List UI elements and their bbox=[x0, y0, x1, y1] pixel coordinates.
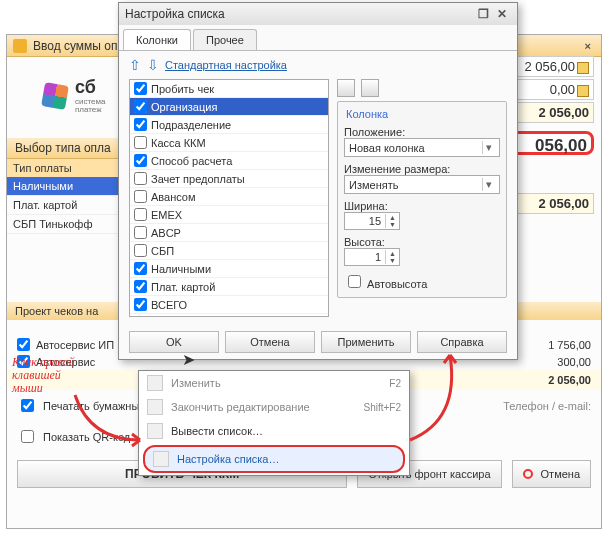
close-icon[interactable]: × bbox=[581, 40, 595, 52]
qr-checkbox[interactable] bbox=[21, 430, 34, 443]
project-check-1[interactable] bbox=[17, 338, 30, 351]
column-checkbox[interactable] bbox=[134, 262, 147, 275]
column-label: Плат. картой bbox=[151, 281, 215, 293]
position-select[interactable]: Новая колонка▾ bbox=[344, 138, 500, 157]
annotation-arrow-1 bbox=[70, 390, 150, 450]
height-input[interactable]: 1▲▼ bbox=[344, 248, 400, 266]
autoheight-checkbox[interactable] bbox=[348, 275, 361, 288]
annotation-arrow-2 bbox=[400, 350, 480, 450]
column-item[interactable]: Касса ККМ bbox=[130, 134, 328, 152]
chevron-down-icon: ▾ bbox=[482, 178, 495, 191]
column-checkbox[interactable] bbox=[134, 298, 147, 311]
phone-email-label: Телефон / e-mail: bbox=[503, 400, 591, 412]
tab-other[interactable]: Прочее bbox=[193, 29, 257, 50]
column-label: ABCP bbox=[151, 227, 181, 239]
tab-columns[interactable]: Колонки bbox=[123, 29, 191, 50]
column-item[interactable]: СБП bbox=[130, 242, 328, 260]
arrow-up-icon[interactable]: ⇧ bbox=[129, 57, 141, 73]
column-label: Зачет предоплаты bbox=[151, 173, 245, 185]
edit-icon bbox=[147, 375, 163, 391]
resize-label: Изменение размера: bbox=[344, 163, 500, 175]
column-item[interactable]: Авансом bbox=[130, 188, 328, 206]
payment-row-sbp[interactable]: СБП Тинькофф bbox=[7, 215, 127, 234]
dialog-toolbar: ⇧ ⇩ Стандартная настройка bbox=[119, 51, 517, 79]
payment-row-card[interactable]: Плат. картой bbox=[7, 196, 127, 215]
column-item[interactable]: Подразделение bbox=[130, 116, 328, 134]
column-label: СБП bbox=[151, 245, 174, 257]
chevron-down-icon: ▾ bbox=[482, 141, 495, 154]
spin-up-icon[interactable]: ▲ bbox=[386, 214, 399, 221]
context-menu: ИзменитьF2 Закончить редактированиеShift… bbox=[138, 370, 410, 476]
column-label: Касса ККМ bbox=[151, 137, 206, 149]
calc-icon[interactable] bbox=[577, 62, 589, 74]
column-checkbox[interactable] bbox=[134, 280, 147, 293]
column-checkbox[interactable] bbox=[134, 82, 147, 95]
cancel-button[interactable]: Отмена bbox=[512, 460, 591, 488]
column-checkbox[interactable] bbox=[134, 172, 147, 185]
column-item[interactable]: ABCP bbox=[130, 224, 328, 242]
spin-up-icon[interactable]: ▲ bbox=[386, 250, 399, 257]
column-item[interactable]: EMEX bbox=[130, 206, 328, 224]
spin-down-icon[interactable]: ▼ bbox=[386, 221, 399, 228]
column-checkbox[interactable] bbox=[134, 136, 147, 149]
column-item[interactable]: Зачет предоплаты bbox=[130, 170, 328, 188]
column-label: Наличными bbox=[151, 263, 211, 275]
column-label: Организация bbox=[151, 101, 217, 113]
column-item[interactable]: ВСЕГО bbox=[130, 296, 328, 314]
column-item[interactable]: Пробить чек bbox=[130, 80, 328, 98]
standard-settings-link[interactable]: Стандартная настройка bbox=[165, 59, 287, 71]
column-item[interactable]: Наличными bbox=[130, 260, 328, 278]
menu-export-list[interactable]: Вывести список… bbox=[139, 419, 409, 443]
column-label: Авансом bbox=[151, 191, 196, 203]
resize-select[interactable]: Изменять▾ bbox=[344, 175, 500, 194]
width-input[interactable]: 15▲▼ bbox=[344, 212, 400, 230]
column-label: EMEX bbox=[151, 209, 182, 221]
column-item[interactable]: Плат. картой bbox=[130, 278, 328, 296]
uncheck-all-icon[interactable] bbox=[361, 79, 379, 97]
cancel-icon bbox=[523, 469, 533, 479]
close-icon[interactable]: ✕ bbox=[493, 7, 511, 21]
column-checkbox[interactable] bbox=[134, 118, 147, 131]
app-icon bbox=[13, 39, 27, 53]
settings-icon bbox=[153, 451, 169, 467]
payment-col-header: Тип оплаты bbox=[7, 159, 127, 177]
cancel-button[interactable]: Отмена bbox=[225, 331, 315, 353]
column-checkbox[interactable] bbox=[134, 154, 147, 167]
calc-icon[interactable] bbox=[577, 85, 589, 97]
column-item[interactable]: Способ расчета bbox=[130, 152, 328, 170]
column-checkbox[interactable] bbox=[134, 226, 147, 239]
spin-down-icon[interactable]: ▼ bbox=[386, 257, 399, 264]
sber-logo-icon bbox=[41, 82, 69, 110]
column-checkbox[interactable] bbox=[134, 208, 147, 221]
column-checkbox[interactable] bbox=[134, 190, 147, 203]
check-all-icon[interactable] bbox=[337, 79, 355, 97]
column-label: Способ расчета bbox=[151, 155, 232, 167]
menu-edit[interactable]: ИзменитьF2 bbox=[139, 371, 409, 395]
height-label: Высота: bbox=[344, 236, 500, 248]
payment-types-panel: Выбор типа опла Тип оплаты Наличными Пла… bbox=[7, 138, 127, 234]
restore-icon[interactable]: ❐ bbox=[474, 7, 493, 21]
dialog-tabs: Колонки Прочее bbox=[119, 25, 517, 51]
paper-check-checkbox[interactable] bbox=[21, 399, 34, 412]
column-label: Пробить чек bbox=[151, 83, 214, 95]
logo-text: сб система платеж bbox=[75, 77, 105, 114]
list-settings-dialog: Настройка списка ❐ ✕ Колонки Прочее ⇧ ⇩ … bbox=[118, 2, 518, 360]
column-checkbox[interactable] bbox=[134, 100, 147, 113]
apply-button[interactable]: Применить bbox=[321, 331, 411, 353]
column-checkbox[interactable] bbox=[134, 244, 147, 257]
payment-row-cash[interactable]: Наличными bbox=[7, 177, 127, 196]
ok-button[interactable]: OK bbox=[129, 331, 219, 353]
arrow-down-icon[interactable]: ⇩ bbox=[147, 57, 159, 73]
width-label: Ширина: bbox=[344, 200, 500, 212]
column-item[interactable]: Организация bbox=[130, 98, 328, 116]
annotation-text: Клик правойклавишеймыши bbox=[12, 356, 75, 396]
group-title: Колонка bbox=[344, 108, 390, 120]
column-group: Колонка Положение: Новая колонка▾ Измене… bbox=[337, 101, 507, 298]
column-label: Подразделение bbox=[151, 119, 231, 131]
menu-list-settings[interactable]: Настройка списка… bbox=[143, 445, 405, 473]
menu-finish-edit[interactable]: Закончить редактированиеShift+F2 bbox=[139, 395, 409, 419]
column-settings-pane: Колонка Положение: Новая колонка▾ Измене… bbox=[337, 79, 507, 317]
dialog-title: Настройка списка bbox=[125, 7, 225, 21]
column-label: ВСЕГО bbox=[151, 299, 187, 311]
columns-listbox[interactable]: Пробить чекОрганизацияПодразделениеКасса… bbox=[129, 79, 329, 317]
